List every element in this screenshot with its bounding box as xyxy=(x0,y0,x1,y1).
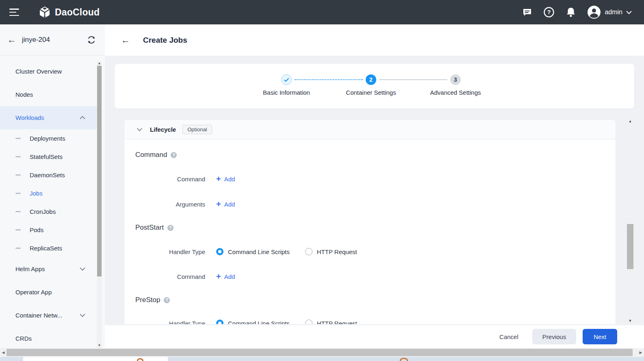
group-title-prestop: PreStop ? xyxy=(135,295,170,305)
chevron-down-icon xyxy=(80,313,85,317)
sidebar-item-replicasets[interactable]: ReplicaSets xyxy=(0,239,97,257)
dash-icon xyxy=(15,156,21,157)
group-title-poststart: PostStart ? xyxy=(135,223,173,233)
dash-icon xyxy=(15,174,21,176)
check-icon xyxy=(284,78,289,82)
sidebar-item-cronjobs[interactable]: CronJobs xyxy=(0,202,97,221)
sidebar-item-statefulsets[interactable]: StatefulSets xyxy=(0,148,97,166)
scroll-down-arrow-icon[interactable]: ▼ xyxy=(626,318,634,324)
radio-http-request[interactable]: HTTP Request xyxy=(305,248,357,255)
add-label: Add xyxy=(224,176,235,183)
dash-icon xyxy=(15,138,21,139)
scroll-down-arrow-icon[interactable]: ▼ xyxy=(97,343,102,348)
field-label: Command xyxy=(124,176,205,183)
form-scrollbar-thumb[interactable] xyxy=(627,224,633,269)
sidebar-item-label: Operator App xyxy=(15,289,52,296)
group-title-text: Command xyxy=(135,151,167,159)
sidebar-item-crds[interactable]: CRDs xyxy=(0,327,97,348)
section-title: Lifecycle xyxy=(150,126,176,133)
user-name: admin xyxy=(605,9,622,16)
poststart-command-row: Command + Add xyxy=(124,270,235,283)
step-2-circle[interactable]: 2 xyxy=(366,74,376,85)
help-circle-icon[interactable]: ? xyxy=(164,297,170,303)
main-content: ← Create Jobs 2 3 Basic Information Cont… xyxy=(105,24,644,361)
sidebar-item-jobs[interactable]: Jobs xyxy=(0,184,97,202)
sidebar-item-cluster-overview[interactable]: Cluster Overview xyxy=(0,60,97,83)
sidebar-item-label: ReplicaSets xyxy=(30,245,62,252)
clipped-bottom-content xyxy=(0,357,644,361)
radio-label: Command Line Scripts xyxy=(228,248,290,255)
sidebar-item-label: Container Netw... xyxy=(15,312,62,319)
cancel-button[interactable]: Cancel xyxy=(492,329,526,344)
step-number: 3 xyxy=(454,76,457,83)
optional-badge: Optional xyxy=(182,125,212,134)
sidebar-item-helm-apps[interactable]: Helm Apps xyxy=(0,257,97,281)
sidebar-nav: Cluster Overview Nodes Workloads Deploym… xyxy=(0,56,97,348)
switch-cluster-icon[interactable] xyxy=(87,36,96,44)
sidebar-item-container-network[interactable]: Container Netw... xyxy=(0,304,97,327)
sidebar-scrollbar-thumb[interactable] xyxy=(97,66,102,276)
sidebar-item-operator-app[interactable]: Operator App xyxy=(0,281,97,304)
chevron-down-icon xyxy=(626,11,632,14)
scroll-right-arrow-icon[interactable]: ▶ xyxy=(637,348,644,357)
form-scroll-area: Lifecycle Optional Command ? Command + A… xyxy=(105,118,644,324)
radio-http-request[interactable]: HTTP Request xyxy=(305,320,357,324)
next-button[interactable]: Next xyxy=(583,329,617,344)
page-header: ← Create Jobs xyxy=(105,24,644,56)
add-poststart-command-button[interactable]: + Add xyxy=(216,272,235,281)
plus-icon: + xyxy=(216,175,221,183)
previous-button[interactable]: Previous xyxy=(532,329,576,344)
help-icon[interactable]: ? xyxy=(543,7,555,18)
brand-name: DaoCloud xyxy=(55,7,100,18)
plus-icon: + xyxy=(216,200,221,208)
sidebar-item-workloads[interactable]: Workloads xyxy=(0,106,97,129)
add-command-button[interactable]: + Add xyxy=(216,175,235,183)
radio-label: HTTP Request xyxy=(317,320,357,324)
add-arguments-button[interactable]: + Add xyxy=(216,200,235,208)
clipped-panel xyxy=(23,357,168,361)
prestop-handler-type-row: Handler Type Command Line Scripts HTTP R… xyxy=(124,317,357,324)
radio-command-line-scripts[interactable]: Command Line Scripts xyxy=(216,320,290,324)
lifecycle-section-header[interactable]: Lifecycle Optional xyxy=(124,120,616,139)
sidebar-item-nodes[interactable]: Nodes xyxy=(0,83,97,106)
horizontal-scrollbar[interactable]: ◀ ▶ xyxy=(0,348,644,357)
scroll-left-arrow-icon[interactable]: ◀ xyxy=(0,348,7,357)
chevron-down-icon xyxy=(80,267,85,271)
help-circle-icon[interactable]: ? xyxy=(167,225,173,231)
sidebar-item-label: DaemonSets xyxy=(30,172,65,178)
group-title-text: PostStart xyxy=(135,224,164,232)
form-scrollbar[interactable]: ▲ ▼ xyxy=(626,118,634,324)
poststart-handler-type-row: Handler Type Command Line Scripts HTTP R… xyxy=(124,245,357,258)
radio-unselected-icon xyxy=(305,248,312,255)
page-back-arrow-icon[interactable]: ← xyxy=(121,36,130,45)
cluster-back-arrow-icon[interactable]: ← xyxy=(7,35,16,44)
sidebar-scrollbar[interactable]: ▲ ▼ xyxy=(97,61,102,348)
page-title: Create Jobs xyxy=(143,36,187,45)
step-1-circle[interactable] xyxy=(281,74,292,85)
hamburger-menu-icon[interactable] xyxy=(9,9,19,16)
sidebar-item-label: Jobs xyxy=(30,190,43,197)
sidebar-item-label: CronJobs xyxy=(30,208,56,215)
chevron-down-icon xyxy=(137,128,143,132)
step-3-label: Advanced Settings xyxy=(411,89,500,96)
clipped-logo-glyph xyxy=(400,358,408,361)
sidebar-item-deployments[interactable]: Deployments xyxy=(0,129,97,148)
avatar-icon xyxy=(587,5,601,19)
radio-command-line-scripts[interactable]: Command Line Scripts xyxy=(216,248,290,255)
step-3-circle[interactable]: 3 xyxy=(450,74,461,85)
sidebar-item-daemonsets[interactable]: DaemonSets xyxy=(0,166,97,184)
sidebar-item-label: Deployments xyxy=(30,135,65,142)
message-icon[interactable] xyxy=(521,7,533,18)
content-background: 2 3 Basic Information Container Settings… xyxy=(105,56,644,325)
chevron-up-icon xyxy=(80,116,85,120)
notification-bell-icon[interactable] xyxy=(565,7,577,18)
sidebar-item-pods[interactable]: Pods xyxy=(0,221,97,239)
user-menu[interactable]: admin xyxy=(587,5,632,19)
horizontal-scrollbar-thumb[interactable] xyxy=(7,349,633,356)
scroll-up-arrow-icon[interactable]: ▲ xyxy=(97,61,102,66)
step-number: 2 xyxy=(369,76,373,83)
help-circle-icon[interactable]: ? xyxy=(171,152,177,158)
scroll-up-arrow-icon[interactable]: ▲ xyxy=(626,118,634,124)
dash-icon xyxy=(15,211,21,212)
clipped-logo-glyph xyxy=(137,358,143,361)
